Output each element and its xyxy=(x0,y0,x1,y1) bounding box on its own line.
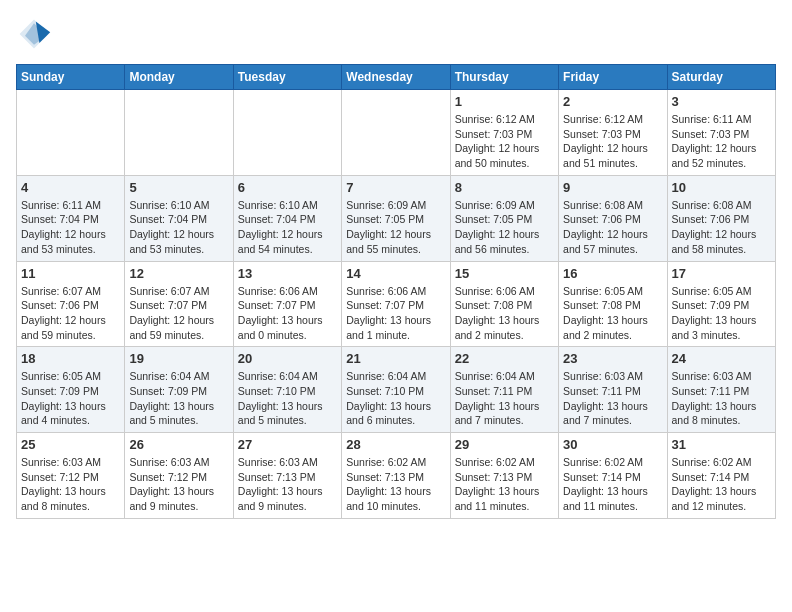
week-row-1: 1Sunrise: 6:12 AM Sunset: 7:03 PM Daylig… xyxy=(17,90,776,176)
day-info: Sunrise: 6:04 AM Sunset: 7:11 PM Dayligh… xyxy=(455,369,554,428)
day-number: 28 xyxy=(346,437,445,452)
day-info: Sunrise: 6:03 AM Sunset: 7:11 PM Dayligh… xyxy=(563,369,662,428)
weekday-header-saturday: Saturday xyxy=(667,65,775,90)
calendar-cell: 26Sunrise: 6:03 AM Sunset: 7:12 PM Dayli… xyxy=(125,433,233,519)
day-number: 20 xyxy=(238,351,337,366)
day-number: 6 xyxy=(238,180,337,195)
calendar-cell: 7Sunrise: 6:09 AM Sunset: 7:05 PM Daylig… xyxy=(342,175,450,261)
calendar-cell: 17Sunrise: 6:05 AM Sunset: 7:09 PM Dayli… xyxy=(667,261,775,347)
weekday-header-sunday: Sunday xyxy=(17,65,125,90)
calendar-cell: 29Sunrise: 6:02 AM Sunset: 7:13 PM Dayli… xyxy=(450,433,558,519)
day-info: Sunrise: 6:11 AM Sunset: 7:04 PM Dayligh… xyxy=(21,198,120,257)
day-number: 15 xyxy=(455,266,554,281)
day-info: Sunrise: 6:05 AM Sunset: 7:09 PM Dayligh… xyxy=(21,369,120,428)
logo-icon xyxy=(16,16,52,52)
calendar-cell: 20Sunrise: 6:04 AM Sunset: 7:10 PM Dayli… xyxy=(233,347,341,433)
day-number: 4 xyxy=(21,180,120,195)
day-number: 10 xyxy=(672,180,771,195)
day-info: Sunrise: 6:02 AM Sunset: 7:13 PM Dayligh… xyxy=(346,455,445,514)
day-number: 13 xyxy=(238,266,337,281)
week-row-2: 4Sunrise: 6:11 AM Sunset: 7:04 PM Daylig… xyxy=(17,175,776,261)
day-info: Sunrise: 6:09 AM Sunset: 7:05 PM Dayligh… xyxy=(455,198,554,257)
day-number: 7 xyxy=(346,180,445,195)
day-number: 14 xyxy=(346,266,445,281)
day-info: Sunrise: 6:03 AM Sunset: 7:12 PM Dayligh… xyxy=(129,455,228,514)
day-info: Sunrise: 6:06 AM Sunset: 7:07 PM Dayligh… xyxy=(238,284,337,343)
calendar-cell xyxy=(125,90,233,176)
calendar-cell xyxy=(233,90,341,176)
day-info: Sunrise: 6:05 AM Sunset: 7:08 PM Dayligh… xyxy=(563,284,662,343)
day-number: 11 xyxy=(21,266,120,281)
weekday-header-tuesday: Tuesday xyxy=(233,65,341,90)
page-header xyxy=(16,16,776,52)
day-info: Sunrise: 6:10 AM Sunset: 7:04 PM Dayligh… xyxy=(129,198,228,257)
calendar-cell: 1Sunrise: 6:12 AM Sunset: 7:03 PM Daylig… xyxy=(450,90,558,176)
day-info: Sunrise: 6:06 AM Sunset: 7:08 PM Dayligh… xyxy=(455,284,554,343)
day-number: 9 xyxy=(563,180,662,195)
day-number: 5 xyxy=(129,180,228,195)
day-number: 18 xyxy=(21,351,120,366)
day-number: 8 xyxy=(455,180,554,195)
calendar-cell: 9Sunrise: 6:08 AM Sunset: 7:06 PM Daylig… xyxy=(559,175,667,261)
calendar-cell: 24Sunrise: 6:03 AM Sunset: 7:11 PM Dayli… xyxy=(667,347,775,433)
calendar-cell: 16Sunrise: 6:05 AM Sunset: 7:08 PM Dayli… xyxy=(559,261,667,347)
day-info: Sunrise: 6:07 AM Sunset: 7:07 PM Dayligh… xyxy=(129,284,228,343)
day-info: Sunrise: 6:09 AM Sunset: 7:05 PM Dayligh… xyxy=(346,198,445,257)
calendar-cell: 13Sunrise: 6:06 AM Sunset: 7:07 PM Dayli… xyxy=(233,261,341,347)
day-info: Sunrise: 6:12 AM Sunset: 7:03 PM Dayligh… xyxy=(563,112,662,171)
calendar-cell: 12Sunrise: 6:07 AM Sunset: 7:07 PM Dayli… xyxy=(125,261,233,347)
day-number: 31 xyxy=(672,437,771,452)
calendar-cell: 10Sunrise: 6:08 AM Sunset: 7:06 PM Dayli… xyxy=(667,175,775,261)
calendar-cell: 15Sunrise: 6:06 AM Sunset: 7:08 PM Dayli… xyxy=(450,261,558,347)
week-row-5: 25Sunrise: 6:03 AM Sunset: 7:12 PM Dayli… xyxy=(17,433,776,519)
weekday-header-thursday: Thursday xyxy=(450,65,558,90)
day-info: Sunrise: 6:12 AM Sunset: 7:03 PM Dayligh… xyxy=(455,112,554,171)
day-number: 30 xyxy=(563,437,662,452)
calendar-cell: 19Sunrise: 6:04 AM Sunset: 7:09 PM Dayli… xyxy=(125,347,233,433)
day-number: 25 xyxy=(21,437,120,452)
day-number: 2 xyxy=(563,94,662,109)
day-info: Sunrise: 6:11 AM Sunset: 7:03 PM Dayligh… xyxy=(672,112,771,171)
calendar-cell: 31Sunrise: 6:02 AM Sunset: 7:14 PM Dayli… xyxy=(667,433,775,519)
day-info: Sunrise: 6:08 AM Sunset: 7:06 PM Dayligh… xyxy=(672,198,771,257)
day-info: Sunrise: 6:03 AM Sunset: 7:12 PM Dayligh… xyxy=(21,455,120,514)
day-info: Sunrise: 6:02 AM Sunset: 7:14 PM Dayligh… xyxy=(672,455,771,514)
day-number: 17 xyxy=(672,266,771,281)
calendar-cell: 21Sunrise: 6:04 AM Sunset: 7:10 PM Dayli… xyxy=(342,347,450,433)
day-number: 22 xyxy=(455,351,554,366)
day-number: 19 xyxy=(129,351,228,366)
day-number: 1 xyxy=(455,94,554,109)
day-info: Sunrise: 6:07 AM Sunset: 7:06 PM Dayligh… xyxy=(21,284,120,343)
day-info: Sunrise: 6:04 AM Sunset: 7:10 PM Dayligh… xyxy=(238,369,337,428)
day-info: Sunrise: 6:03 AM Sunset: 7:13 PM Dayligh… xyxy=(238,455,337,514)
day-number: 3 xyxy=(672,94,771,109)
calendar-cell: 8Sunrise: 6:09 AM Sunset: 7:05 PM Daylig… xyxy=(450,175,558,261)
calendar-table: SundayMondayTuesdayWednesdayThursdayFrid… xyxy=(16,64,776,519)
day-number: 16 xyxy=(563,266,662,281)
day-number: 23 xyxy=(563,351,662,366)
day-info: Sunrise: 6:04 AM Sunset: 7:10 PM Dayligh… xyxy=(346,369,445,428)
day-info: Sunrise: 6:02 AM Sunset: 7:13 PM Dayligh… xyxy=(455,455,554,514)
day-info: Sunrise: 6:02 AM Sunset: 7:14 PM Dayligh… xyxy=(563,455,662,514)
day-info: Sunrise: 6:08 AM Sunset: 7:06 PM Dayligh… xyxy=(563,198,662,257)
day-number: 24 xyxy=(672,351,771,366)
calendar-cell: 14Sunrise: 6:06 AM Sunset: 7:07 PM Dayli… xyxy=(342,261,450,347)
logo xyxy=(16,16,58,52)
calendar-cell: 25Sunrise: 6:03 AM Sunset: 7:12 PM Dayli… xyxy=(17,433,125,519)
day-info: Sunrise: 6:05 AM Sunset: 7:09 PM Dayligh… xyxy=(672,284,771,343)
day-info: Sunrise: 6:03 AM Sunset: 7:11 PM Dayligh… xyxy=(672,369,771,428)
weekday-header-wednesday: Wednesday xyxy=(342,65,450,90)
calendar-cell: 18Sunrise: 6:05 AM Sunset: 7:09 PM Dayli… xyxy=(17,347,125,433)
day-number: 12 xyxy=(129,266,228,281)
calendar-cell: 30Sunrise: 6:02 AM Sunset: 7:14 PM Dayli… xyxy=(559,433,667,519)
day-info: Sunrise: 6:10 AM Sunset: 7:04 PM Dayligh… xyxy=(238,198,337,257)
week-row-4: 18Sunrise: 6:05 AM Sunset: 7:09 PM Dayli… xyxy=(17,347,776,433)
calendar-cell: 3Sunrise: 6:11 AM Sunset: 7:03 PM Daylig… xyxy=(667,90,775,176)
calendar-cell: 23Sunrise: 6:03 AM Sunset: 7:11 PM Dayli… xyxy=(559,347,667,433)
calendar-cell: 11Sunrise: 6:07 AM Sunset: 7:06 PM Dayli… xyxy=(17,261,125,347)
calendar-cell xyxy=(342,90,450,176)
day-info: Sunrise: 6:06 AM Sunset: 7:07 PM Dayligh… xyxy=(346,284,445,343)
day-number: 27 xyxy=(238,437,337,452)
day-info: Sunrise: 6:04 AM Sunset: 7:09 PM Dayligh… xyxy=(129,369,228,428)
day-number: 26 xyxy=(129,437,228,452)
